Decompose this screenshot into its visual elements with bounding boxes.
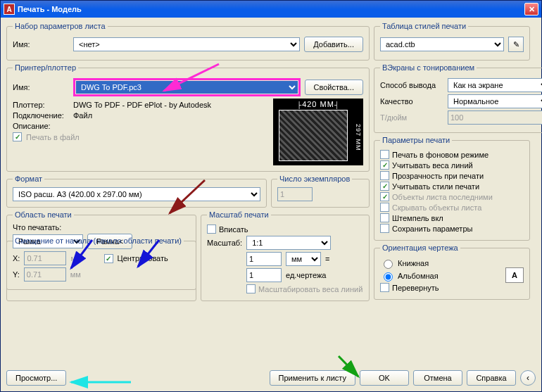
stamp-checkbox[interactable] — [380, 213, 389, 222]
trans-label: Прозрачность при печати — [392, 172, 484, 180]
out-select[interactable]: Как на экране — [448, 78, 542, 92]
help-button[interactable]: Справка — [467, 370, 516, 386]
portrait-label: Книжная — [398, 259, 429, 267]
plotter-value: DWG To PDF - PDF ePlot - by Autodesk — [73, 101, 211, 109]
last-checkbox: ✓ — [380, 192, 389, 201]
print-to-file-checkbox: ✓ — [13, 132, 22, 141]
center-label: Центрировать — [118, 254, 168, 263]
printer-group: Принтер/плоттер Имя: DWG To PDF.pc3 Свой… — [6, 63, 370, 172]
orient-icon: A — [505, 267, 524, 283]
preview-button[interactable]: Просмотр... — [6, 370, 66, 386]
qual-label: Качество — [380, 97, 443, 106]
copies-legend: Число экземпляров — [277, 175, 352, 183]
styletable-select[interactable]: acad.ctb — [380, 37, 504, 51]
add-pageset-button[interactable]: Добавить... — [304, 37, 363, 52]
conn-value: Файл — [73, 111, 92, 120]
scale-lw-checkbox — [246, 284, 256, 293]
footer: Просмотр... Применить к листу OK Отмена … — [6, 370, 536, 386]
apply-button[interactable]: Применить к листу — [270, 370, 356, 386]
copies-group: Число экземпляров — [271, 175, 370, 208]
format-legend: Формат — [13, 175, 44, 183]
orient-legend: Ориентация чертежа — [380, 244, 460, 252]
fit-checkbox[interactable] — [207, 225, 216, 234]
scale-lw-label: Масштабировать веса линий — [258, 285, 363, 293]
format-group: Формат ISO расш. A3 (420.00 x 297.00 мм) — [6, 175, 267, 208]
area-legend: Область печати — [13, 210, 74, 219]
bg-checkbox[interactable] — [380, 150, 389, 159]
params-group: Параметры печати Печать в фоновом режиме… — [374, 136, 530, 241]
what-label: Что печатать: — [13, 223, 190, 232]
landscape-label: Альбомная — [398, 272, 439, 280]
app-icon: A — [4, 4, 15, 15]
hide-label: Скрывать объекты листа — [392, 203, 481, 212]
vports-group: ВЭкраны с тонированием Способ выводаКак … — [374, 63, 542, 133]
printer-legend: Принтер/плоттер — [13, 63, 78, 72]
scale-unit-select[interactable]: мм — [286, 252, 321, 266]
titlebar: A Печать - Модель ✕ — [1, 1, 541, 18]
offset-x-unit: мм — [70, 254, 81, 263]
print-dialog: A Печать - Модель ✕ Набор параметров лис… — [0, 0, 542, 392]
styles-checkbox[interactable]: ✓ — [380, 182, 389, 191]
paper-preview: ├420 MM┤ 297 MM — [273, 99, 363, 165]
cancel-button[interactable]: Отмена — [413, 370, 462, 386]
offset-y-unit: мм — [70, 270, 81, 279]
scale-group: Масштаб печати Вписать Масштаб: 1:1 мм =… — [201, 210, 370, 301]
landscape-radio[interactable] — [384, 272, 393, 282]
scale-numerator-input[interactable] — [246, 252, 282, 266]
pageset-legend: Набор параметров листа — [13, 22, 108, 30]
lw-label: Учитывать веса линий — [392, 161, 473, 170]
print-to-file-label: Печать в файл — [26, 133, 80, 141]
offset-group: Смещение от начала (начало области печат… — [6, 236, 196, 290]
out-label: Способ вывода — [380, 81, 443, 89]
dpi-label: Т/дюйм — [380, 113, 443, 122]
styles-label: Учитывать стили печати — [392, 182, 479, 191]
upside-label: Перевернуть — [392, 284, 439, 292]
hide-checkbox — [380, 203, 389, 212]
printer-props-button[interactable]: Свойства... — [305, 80, 363, 95]
copies-input — [277, 187, 313, 201]
save-label: Сохранить параметры — [392, 225, 472, 233]
window-title: Печать - Модель — [18, 5, 82, 13]
upside-checkbox[interactable] — [380, 283, 389, 292]
printer-name-label: Имя: — [13, 83, 69, 91]
vports-legend: ВЭкраны с тонированием — [380, 63, 477, 72]
fit-label: Вписать — [219, 225, 248, 234]
equals-label: = — [325, 255, 329, 263]
pageset-name-label: Имя: — [13, 40, 69, 49]
drawing-unit-label: ед.чертежа — [286, 271, 326, 279]
dpi-input — [448, 110, 542, 125]
pageset-group: Набор параметров листа Имя: <нет> Добави… — [6, 22, 370, 61]
conn-label: Подключение: — [13, 111, 69, 120]
trans-checkbox[interactable] — [380, 171, 389, 180]
styletable-edit-icon[interactable]: ✎ — [508, 37, 524, 52]
scale-select[interactable]: 1:1 — [246, 236, 331, 250]
plotter-label: Плоттер: — [13, 101, 69, 109]
styletable-group: Таблица стилей печати acad.ctb ✎ — [374, 22, 530, 61]
portrait-radio[interactable] — [384, 260, 393, 269]
pageset-name-select[interactable]: <нет> — [73, 37, 300, 51]
last-label: Объекты листа последними — [392, 193, 493, 201]
bg-label: Печать в фоновом режиме — [392, 151, 489, 159]
scale-legend: Масштаб печати — [207, 210, 271, 219]
printer-name-select[interactable]: DWG To PDF.pc3 — [76, 81, 298, 94]
desc-label: Описание: — [13, 122, 69, 130]
scale-drawing-input[interactable] — [246, 268, 282, 282]
ok-button[interactable]: OK — [360, 370, 409, 386]
scale-label: Масштаб: — [207, 239, 242, 247]
qual-select[interactable]: Нормальное — [448, 94, 542, 108]
lw-checkbox[interactable]: ✓ — [380, 160, 389, 170]
format-select[interactable]: ISO расш. A3 (420.00 x 297.00 мм) — [13, 187, 260, 201]
orient-group: Ориентация чертежа Книжная Альбомная Пер… — [374, 244, 530, 300]
save-checkbox[interactable] — [380, 224, 389, 233]
stamp-label: Штемпель вкл — [392, 214, 443, 222]
offset-x-input — [24, 251, 66, 265]
close-icon[interactable]: ✕ — [524, 3, 538, 15]
expand-icon[interactable]: ‹ — [520, 370, 536, 386]
offset-y-input — [24, 267, 66, 282]
offset-legend: Смещение от начала (начало области печат… — [13, 236, 184, 245]
offset-x-label: X: — [13, 254, 20, 263]
center-checkbox[interactable]: ✓ — [104, 254, 113, 263]
params-legend: Параметры печати — [380, 136, 452, 144]
offset-y-label: Y: — [13, 270, 20, 279]
styletable-legend: Таблица стилей печати — [380, 22, 468, 30]
